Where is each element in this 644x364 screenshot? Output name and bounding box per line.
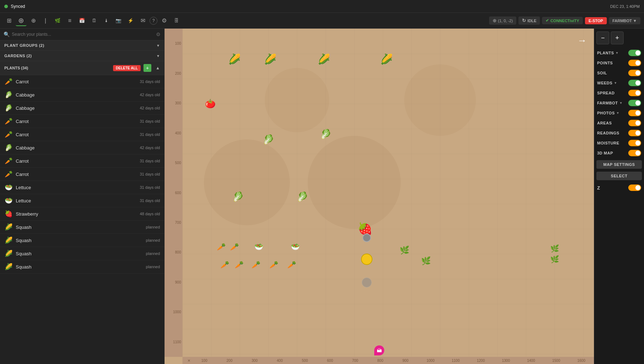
map-plant[interactable]: 🥕 bbox=[217, 242, 226, 251]
map-plant[interactable]: 🥬 bbox=[297, 191, 308, 202]
plant-list-item[interactable]: 🥬 Cabbage 42 days old bbox=[0, 102, 164, 115]
readings-toggle[interactable] bbox=[628, 130, 641, 136]
location-marker[interactable]: 🏔 bbox=[374, 345, 384, 355]
map-plant[interactable]: 🥗 bbox=[291, 242, 300, 251]
settings-icon[interactable]: ⚙ bbox=[159, 15, 170, 26]
idle-button[interactable]: ↻ IDLE bbox=[518, 16, 540, 25]
add-plant-button[interactable]: + bbox=[143, 64, 151, 72]
map-settings-button[interactable]: MAP SETTINGS bbox=[596, 160, 642, 169]
camera-icon[interactable]: 📷 bbox=[113, 15, 124, 26]
map-plant[interactable]: 🥕 bbox=[220, 260, 229, 269]
spread-toggle[interactable] bbox=[628, 90, 641, 96]
map-plant[interactable]: 🥬 bbox=[320, 129, 331, 140]
select-button[interactable]: SELECT bbox=[596, 172, 642, 180]
moisture-layer-label: MOISTURE bbox=[597, 141, 619, 145]
map-plant[interactable]: 🌿 bbox=[421, 256, 431, 266]
x-300: 300 bbox=[242, 359, 267, 363]
plant-list-item[interactable]: 🥕 Carrot 31 days old bbox=[0, 115, 164, 128]
connectivity-button[interactable]: ✔ CONNECTiviTY bbox=[542, 17, 582, 24]
farmbot-toggle[interactable] bbox=[628, 100, 641, 106]
navigate-arrow[interactable]: → bbox=[577, 35, 587, 46]
areas-toggle[interactable] bbox=[628, 120, 641, 126]
y-axis-label: 300 bbox=[175, 101, 181, 105]
weeds-chevron[interactable]: ▼ bbox=[614, 81, 617, 85]
map-plant[interactable]: 🥗 bbox=[254, 242, 263, 251]
plant-list-item[interactable]: 🥬 Cabbage 42 days old bbox=[0, 141, 164, 154]
plant-list-item[interactable]: 🥕 Carrot 31 days old bbox=[0, 128, 164, 141]
plant-groups-header[interactable]: PLANT GROUPS (2) ▼ bbox=[0, 40, 164, 51]
map-plant[interactable]: 🥕 bbox=[269, 260, 278, 269]
coordinates-button[interactable]: ⊕ (1, 0, -2) bbox=[489, 16, 517, 25]
plant-list-item[interactable]: 🥕 Carrot 31 days old bbox=[0, 168, 164, 181]
temp-icon[interactable]: 🌡 bbox=[101, 15, 112, 26]
search-bar: 🔍 ⚙ bbox=[0, 29, 164, 40]
zoom-in-button[interactable]: + bbox=[611, 31, 624, 44]
grid-icon[interactable]: ⊞ bbox=[4, 15, 14, 26]
map-plant[interactable]: 🌽 bbox=[228, 53, 241, 65]
location-icon[interactable]: ◎ bbox=[16, 15, 26, 26]
question-icon[interactable]: ? bbox=[150, 17, 157, 25]
plant-list-item[interactable]: 🌽 Squash planned bbox=[0, 221, 164, 234]
plant-list-item[interactable]: 🌽 Squash planned bbox=[0, 234, 164, 247]
weeds-toggle[interactable] bbox=[628, 80, 641, 86]
gardens-header[interactable]: GARDENS (2) ▼ bbox=[0, 51, 164, 61]
map-plant[interactable]: 🌽 bbox=[318, 53, 330, 65]
idle-label: IDLE bbox=[527, 19, 536, 23]
3dmap-toggle[interactable] bbox=[628, 150, 641, 156]
moisture-toggle[interactable] bbox=[628, 140, 641, 146]
map-plant[interactable]: 🥕 bbox=[230, 242, 239, 251]
estop-button[interactable]: E-STOP bbox=[585, 17, 607, 24]
soil-toggle[interactable] bbox=[628, 70, 641, 76]
calendar-icon[interactable]: 📅 bbox=[77, 15, 87, 26]
map-plant[interactable]: 🌽 bbox=[264, 53, 277, 65]
map-plant-herb2[interactable]: 🌿 bbox=[550, 255, 559, 264]
zoom-out-button[interactable]: − bbox=[596, 31, 609, 44]
list-icon[interactable]: ≡ bbox=[64, 15, 75, 26]
storage-icon[interactable]: 🗄 bbox=[171, 15, 182, 26]
points-toggle[interactable] bbox=[628, 60, 641, 66]
search-input[interactable] bbox=[12, 32, 154, 37]
relay-icon[interactable]: ⚡ bbox=[125, 15, 136, 26]
map-grid[interactable]: 🌽 🌽 🌽 🌽 🍅 🥬 🥬 🥬 🥬 🍓 🥕 🥕 🥗 🥗 bbox=[182, 29, 594, 357]
farmbot-chevron[interactable]: ▼ bbox=[619, 101, 623, 105]
mail-icon[interactable]: ✉ bbox=[137, 15, 148, 26]
map-container[interactable]: 11001000900800700600500400300200100 bbox=[165, 29, 594, 364]
map-plant[interactable]: 🥕 bbox=[235, 260, 244, 269]
map-plant[interactable]: 🥬 bbox=[263, 134, 274, 145]
rotation-icon[interactable]: ⊕ bbox=[28, 15, 39, 26]
plants-toggle[interactable] bbox=[628, 50, 641, 56]
plant-list-item[interactable]: 🍓 Strawberry 48 days old bbox=[0, 207, 164, 221]
map-plant[interactable]: 🌿 bbox=[400, 246, 409, 255]
watering-icon[interactable]: 🌿 bbox=[52, 15, 63, 26]
plant-list-item[interactable]: 🥕 Carrot 31 days old bbox=[0, 154, 164, 168]
3dmap-layer-label: 3D MAP bbox=[597, 151, 613, 155]
layer-points: POINTS bbox=[596, 59, 642, 67]
layer-photos: PHOTOS ▼ bbox=[596, 109, 642, 117]
collapse-icon[interactable]: ▲ bbox=[156, 65, 160, 70]
plant-list-item[interactable]: 🌽 Squash planned bbox=[0, 247, 164, 260]
z-toggle[interactable] bbox=[628, 185, 641, 191]
map-plant[interactable]: 🥬 bbox=[232, 191, 244, 202]
plant-list-item[interactable]: 🥬 Cabbage 42 days old bbox=[0, 88, 164, 102]
date2-icon[interactable]: 🗓 bbox=[89, 15, 99, 26]
map-plant[interactable]: 🥕 bbox=[252, 260, 260, 269]
photos-toggle[interactable] bbox=[628, 110, 641, 116]
map-plant-herb[interactable]: 🌿 bbox=[550, 244, 559, 253]
plant-age: 31 days old bbox=[140, 185, 160, 190]
plant-list-item[interactable]: 🌽 Squash planned bbox=[0, 260, 164, 274]
map-plant[interactable]: 🌽 bbox=[380, 53, 393, 65]
farmbot-button[interactable]: FARMBOT ▼ bbox=[609, 17, 640, 24]
map-plant[interactable]: 🍅 bbox=[205, 99, 216, 109]
layer-weeds: WEEDS ▼ bbox=[596, 79, 642, 87]
svg-point-2 bbox=[308, 136, 401, 229]
photos-chevron[interactable]: ▼ bbox=[616, 111, 619, 115]
plant-list-item[interactable]: 🥗 Lettuce 31 days old bbox=[0, 181, 164, 194]
delete-all-button[interactable]: DELETE ALL bbox=[113, 65, 141, 71]
map-plant[interactable]: 🥕 bbox=[287, 260, 296, 269]
layer-moisture: MOISTURE bbox=[596, 139, 642, 147]
plants-chevron[interactable]: ▼ bbox=[615, 51, 619, 55]
gear-icon[interactable]: ⚙ bbox=[156, 31, 161, 37]
plant-list-item[interactable]: 🥕 Carrot 31 days old bbox=[0, 75, 164, 88]
plant-list-item[interactable]: 🥗 Lettuce 31 days old bbox=[0, 194, 164, 207]
pin-icon[interactable]: | bbox=[40, 15, 51, 26]
